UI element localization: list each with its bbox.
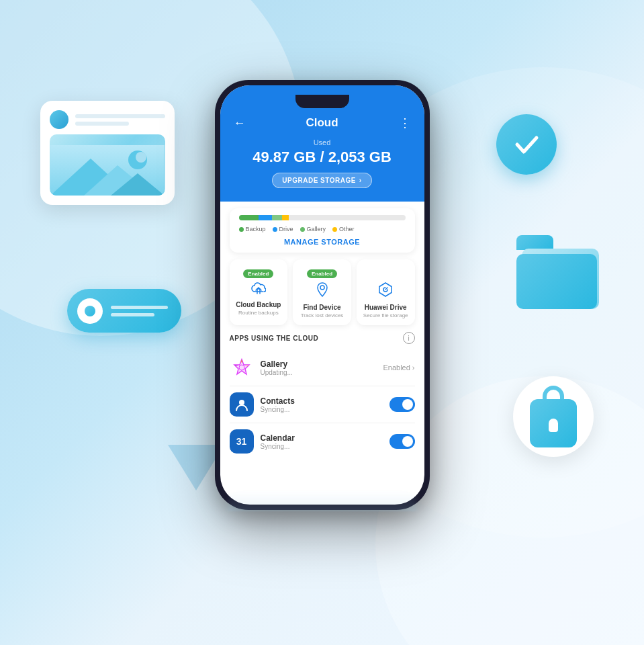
storage-bar <box>239 215 406 220</box>
legend-drive: Drive <box>273 226 293 232</box>
lock-body <box>530 399 577 447</box>
upgrade-storage-button[interactable]: UPGRADE STORAGE › <box>272 173 371 188</box>
more-menu-icon[interactable]: ⋮ <box>399 116 411 130</box>
app-item-contacts[interactable]: Contacts Syncing... <box>230 386 415 423</box>
huawei-drive-icon <box>362 282 410 300</box>
bar-gallery <box>272 215 282 220</box>
gallery-action[interactable]: Enabled › <box>383 363 414 372</box>
gallery-app-icon <box>230 355 254 380</box>
used-label: Used <box>234 138 411 146</box>
deco-image-card <box>40 101 175 205</box>
feature-desc-backup: Routine backups <box>235 310 283 316</box>
legend-dot-gallery <box>300 227 305 232</box>
svg-point-10 <box>239 400 244 405</box>
deco-toggle-line-2 <box>111 313 154 316</box>
calendar-status: Syncing... <box>261 443 383 450</box>
contacts-info: Contacts Syncing... <box>261 396 383 413</box>
deco-line-1 <box>75 114 165 118</box>
check-icon <box>512 130 542 160</box>
contacts-toggle[interactable] <box>389 397 415 412</box>
deco-toggle-knob <box>77 298 103 324</box>
svg-marker-8 <box>235 361 248 374</box>
phone-notch <box>295 95 349 108</box>
feature-desc-drive: Secure file storage <box>362 312 410 318</box>
gallery-star-icon <box>231 357 252 378</box>
feature-name-find: Find Device <box>298 304 346 311</box>
screen-nav: ← Cloud ⋮ <box>234 116 411 130</box>
legend-backup: Backup <box>239 226 266 232</box>
gallery-status: Updating... <box>261 369 377 376</box>
svg-point-2 <box>136 152 146 163</box>
folder-front <box>516 254 597 309</box>
mountain-illustration <box>50 145 165 196</box>
bar-backup <box>239 215 259 220</box>
svg-point-6 <box>320 286 324 290</box>
deco-avatar <box>50 110 68 129</box>
manage-storage-button[interactable]: MANAGE STORAGE <box>239 238 406 246</box>
apps-header: APPS USING THE CLOUD i <box>230 332 415 344</box>
feature-cards: Enabled Cloud Backup Routine backups Ena… <box>220 259 424 332</box>
upgrade-label: UPGRADE STORAGE <box>282 177 356 184</box>
contacts-app-icon <box>230 392 254 417</box>
contacts-status: Syncing... <box>261 406 383 413</box>
folder-tab <box>516 235 553 250</box>
deco-line-2 <box>75 122 129 126</box>
gallery-name: Gallery <box>261 359 377 369</box>
app-item-gallery[interactable]: Gallery Updating... Enabled › <box>230 349 415 386</box>
bar-drive <box>259 215 272 220</box>
enabled-badge-find: Enabled <box>307 269 337 278</box>
lock-keyhole <box>549 419 558 432</box>
legend-dot-backup <box>239 227 244 232</box>
deco-check-circle <box>496 114 557 175</box>
legend-label-drive: Drive <box>279 226 293 232</box>
calendar-info: Calendar Syncing... <box>261 433 383 450</box>
apps-title: APPS USING THE CLOUD <box>230 335 319 342</box>
feature-desc-find: Track lost devices <box>298 312 346 318</box>
storage-amount: 49.87 GB / 2,053 GB <box>234 148 411 166</box>
phone-screen: ← Cloud ⋮ Used 49.87 GB / 2,053 GB UPGRA… <box>220 85 424 505</box>
find-device-icon <box>298 282 346 300</box>
gallery-enabled-label: Enabled <box>383 363 410 372</box>
calendar-toggle[interactable] <box>389 434 415 449</box>
app-item-calendar[interactable]: 31 Calendar Syncing... <box>230 423 415 460</box>
deco-toggle-lines <box>111 306 168 316</box>
back-button[interactable]: ← <box>234 116 246 130</box>
gallery-info: Gallery Updating... <box>261 359 377 376</box>
gallery-arrow-icon: › <box>412 363 415 372</box>
calendar-app-icon: 31 <box>230 429 254 454</box>
legend-dot-other <box>332 227 337 232</box>
legend-dot-drive <box>273 227 277 232</box>
bar-empty <box>289 215 406 220</box>
no-badge-spacer <box>362 266 410 278</box>
apps-info-icon[interactable]: i <box>403 332 415 344</box>
calendar-name: Calendar <box>261 433 383 443</box>
deco-lock <box>513 376 594 457</box>
upgrade-arrow: › <box>359 177 362 184</box>
feature-name-drive: Huawei Drive <box>362 304 410 311</box>
legend-label-other: Other <box>339 226 355 232</box>
deco-toggle-card <box>67 289 181 333</box>
contacts-name: Contacts <box>261 396 383 406</box>
apps-section: APPS USING THE CLOUD i <box>220 332 424 460</box>
deco-lines <box>75 114 165 126</box>
deco-toggle-inner <box>85 306 95 316</box>
legend-gallery: Gallery <box>300 226 326 232</box>
legend-other: Other <box>332 226 355 232</box>
feature-name-backup: Cloud Backup <box>235 301 283 308</box>
deco-card-header <box>50 110 165 129</box>
cloud-backup-icon <box>235 282 283 298</box>
phone-reflection <box>228 490 416 511</box>
feature-card-cloud-backup[interactable]: Enabled Cloud Backup Routine backups <box>230 259 288 325</box>
feature-card-huawei-drive[interactable]: Huawei Drive Secure file storage <box>357 259 415 325</box>
bar-legend: Backup Drive Gallery Other <box>239 226 406 232</box>
contacts-toggle-knob <box>402 399 413 410</box>
legend-label-backup: Backup <box>246 226 266 232</box>
info-label: i <box>408 335 409 342</box>
legend-label-gallery: Gallery <box>307 226 326 232</box>
deco-toggle-line-1 <box>111 306 168 309</box>
bar-other <box>282 215 289 220</box>
calendar-date-number: 31 <box>236 437 247 446</box>
feature-card-find-device[interactable]: Enabled Find Device Track lost devices <box>293 259 351 325</box>
enabled-badge-backup: Enabled <box>243 269 273 278</box>
contacts-person-icon <box>234 397 249 412</box>
